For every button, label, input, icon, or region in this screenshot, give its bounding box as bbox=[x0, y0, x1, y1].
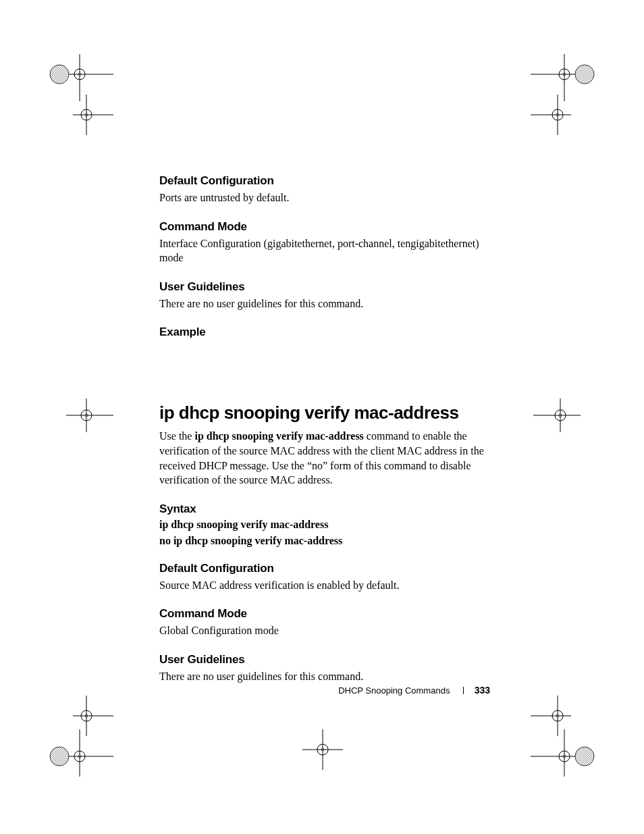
svg-point-32 bbox=[74, 751, 85, 762]
svg-point-20 bbox=[81, 410, 92, 421]
svg-point-33 bbox=[78, 755, 81, 758]
footer-separator bbox=[463, 687, 464, 694]
body-command-mode-1: Interface Configuration (gigabitethernet… bbox=[159, 236, 490, 265]
svg-point-21 bbox=[85, 414, 88, 417]
svg-point-24 bbox=[555, 410, 566, 421]
svg-point-29 bbox=[85, 714, 88, 717]
command-intro: Use the ip dhcp snooping verify mac-addr… bbox=[159, 429, 490, 487]
svg-point-4 bbox=[78, 73, 81, 76]
page-content: Default Configuration Ports are untruste… bbox=[159, 174, 490, 699]
regmark-bottom-center bbox=[302, 729, 343, 770]
svg-point-3 bbox=[74, 69, 85, 80]
regmark-mid-right bbox=[533, 398, 581, 432]
command-title: ip dhcp snooping verify mac-address bbox=[159, 402, 490, 423]
svg-point-17 bbox=[556, 113, 559, 116]
footer-label: DHCP Snooping Commands bbox=[338, 685, 450, 696]
syntax-line-2: no ip dhcp snooping verify mac-address bbox=[159, 535, 490, 547]
svg-point-25 bbox=[559, 414, 562, 417]
regmark-bottom-right bbox=[531, 696, 598, 777]
svg-point-12 bbox=[559, 69, 570, 80]
body-default-config-1: Ports are untrusted by default. bbox=[159, 190, 490, 205]
heading-default-config-1: Default Configuration bbox=[159, 174, 490, 188]
svg-point-37 bbox=[317, 744, 328, 755]
heading-example: Example bbox=[159, 325, 490, 339]
svg-point-28 bbox=[81, 710, 92, 721]
regmark-mid-left bbox=[66, 398, 113, 432]
svg-point-41 bbox=[552, 710, 563, 721]
syntax-line-1: ip dhcp snooping verify mac-address bbox=[159, 519, 490, 531]
intro-prefix: Use the bbox=[159, 430, 194, 442]
heading-user-guidelines-1: User Guidelines bbox=[159, 280, 490, 294]
footer-page-number: 333 bbox=[475, 685, 490, 696]
body-user-guidelines-1: There are no user guidelines for this co… bbox=[159, 296, 490, 311]
svg-point-16 bbox=[552, 109, 563, 120]
svg-point-46 bbox=[563, 755, 566, 758]
heading-user-guidelines-2: User Guidelines bbox=[159, 653, 490, 667]
regmark-bottom-left bbox=[46, 696, 113, 777]
svg-point-47 bbox=[575, 747, 594, 766]
heading-syntax: Syntax bbox=[159, 502, 490, 516]
heading-command-mode-1: Command Mode bbox=[159, 220, 490, 234]
heading-default-config-2: Default Configuration bbox=[159, 562, 490, 575]
svg-point-8 bbox=[85, 113, 88, 116]
svg-point-13 bbox=[563, 73, 566, 76]
body-default-config-2: Source MAC address verification is enabl… bbox=[159, 578, 490, 593]
svg-point-42 bbox=[556, 714, 559, 717]
body-command-mode-2: Global Configuration mode bbox=[159, 623, 490, 638]
svg-point-45 bbox=[559, 751, 570, 762]
page-footer: DHCP Snooping Commands 333 bbox=[159, 685, 490, 696]
body-user-guidelines-2: There are no user guidelines for this co… bbox=[159, 669, 490, 684]
svg-point-7 bbox=[81, 109, 92, 120]
regmark-top-right bbox=[531, 54, 598, 135]
regmark-top-left bbox=[46, 54, 113, 135]
svg-point-9 bbox=[575, 65, 594, 84]
svg-point-34 bbox=[50, 747, 69, 766]
svg-point-0 bbox=[50, 65, 69, 84]
heading-command-mode-2: Command Mode bbox=[159, 607, 490, 621]
svg-point-38 bbox=[321, 748, 324, 751]
intro-bold: ip dhcp snooping verify mac-address bbox=[194, 430, 363, 442]
